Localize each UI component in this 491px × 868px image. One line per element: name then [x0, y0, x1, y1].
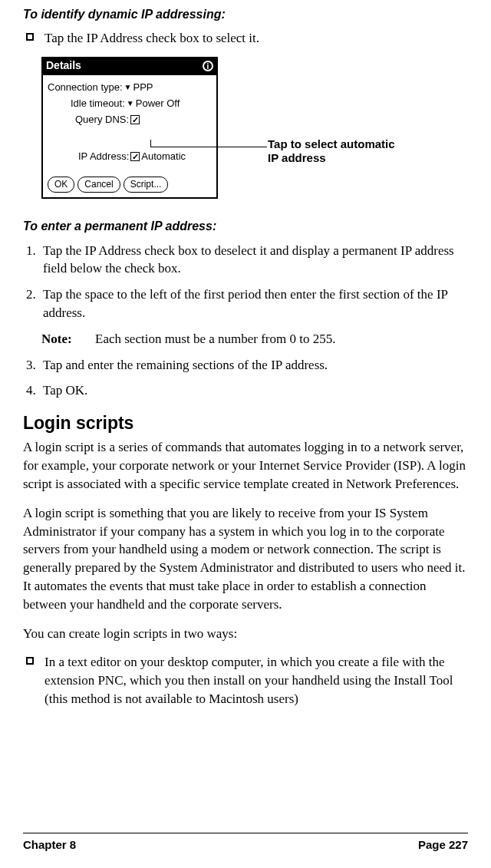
callout-line-horizontal: [150, 147, 267, 147]
note-block: Note: Each section must be a number from…: [41, 330, 468, 348]
dropdown-arrow-icon[interactable]: ▼: [127, 98, 134, 109]
dropdown-arrow-icon[interactable]: ▼: [124, 82, 132, 93]
info-icon[interactable]: i: [203, 61, 213, 71]
idle-timeout-value[interactable]: Power Off: [136, 97, 180, 111]
step-2: 2. Tap the space to the left of the firs…: [26, 285, 468, 322]
step-number: 4.: [26, 381, 43, 400]
heading-permanent-ip: To enter a permanent IP address:: [23, 218, 468, 235]
step-3: 3. Tap and enter the remaining sections …: [26, 356, 468, 375]
bullet-item: Tap the IP Address check box to select i…: [23, 29, 468, 48]
chapter-label: Chapter 8: [23, 837, 76, 853]
page-footer: Chapter 8 Page 227: [23, 833, 468, 853]
ip-address-checkbox[interactable]: ✓: [130, 152, 140, 161]
step-text: Tap the IP Address check box to deselect…: [43, 242, 468, 279]
bullet-text: Tap the IP Address check box to select i…: [44, 29, 468, 48]
callout-line1: Tap to select automatic: [268, 137, 395, 151]
note-label: Note:: [41, 330, 95, 348]
query-dns-checkbox[interactable]: ✓: [130, 115, 140, 124]
palm-details-dialog: Details i Connection type: ▼ PPP Idle ti…: [41, 57, 218, 199]
step-1: 1. Tap the IP Address check box to desel…: [26, 242, 468, 279]
cancel-button[interactable]: Cancel: [77, 177, 120, 193]
bullet-item: In a text editor on your desktop compute…: [23, 653, 468, 708]
step-text: Tap OK.: [43, 381, 468, 400]
page-number: Page 227: [418, 837, 468, 853]
ok-button[interactable]: OK: [48, 177, 74, 193]
paragraph: A login script is a series of commands t…: [23, 438, 468, 493]
step-number: 2.: [26, 285, 43, 322]
paragraph: You can create login scripts in two ways…: [23, 625, 468, 643]
palm-titlebar: Details i: [41, 57, 218, 75]
step-text: Tap the space to the left of the first p…: [43, 285, 468, 322]
idle-timeout-label: Idle timeout:: [71, 97, 125, 111]
connection-type-label: Connection type:: [48, 81, 123, 94]
paragraph: A login script is something that you are…: [23, 504, 468, 614]
step-4: 4. Tap OK.: [26, 381, 468, 400]
palm-body: Connection type: ▼ PPP Idle timeout: ▼ P…: [43, 75, 216, 170]
note-text: Each section must be a number from 0 to …: [95, 330, 335, 348]
heading-login-scripts: Login scripts: [23, 411, 468, 435]
ip-address-value: Automatic: [141, 150, 186, 163]
callout-line2: IP address: [268, 151, 395, 165]
ip-address-label: IP Address:: [78, 150, 129, 163]
bullet-square-icon: [26, 33, 34, 41]
callout-annotation: Tap to select automatic IP address: [268, 137, 395, 165]
step-number: 3.: [26, 356, 43, 375]
heading-dynamic-ip: To identify dynamic IP addressing:: [23, 6, 468, 23]
bullet-square-icon: [26, 657, 34, 665]
connection-type-value[interactable]: PPP: [133, 81, 153, 94]
palm-screenshot-container: Details i Connection type: ▼ PPP Idle ti…: [41, 57, 468, 203]
script-button[interactable]: Script...: [124, 177, 169, 193]
palm-title: Details: [46, 58, 81, 74]
query-dns-label: Query DNS:: [75, 113, 129, 127]
step-number: 1.: [26, 242, 43, 279]
bullet-text: In a text editor on your desktop compute…: [44, 653, 468, 708]
step-text: Tap and enter the remaining sections of …: [43, 356, 468, 375]
